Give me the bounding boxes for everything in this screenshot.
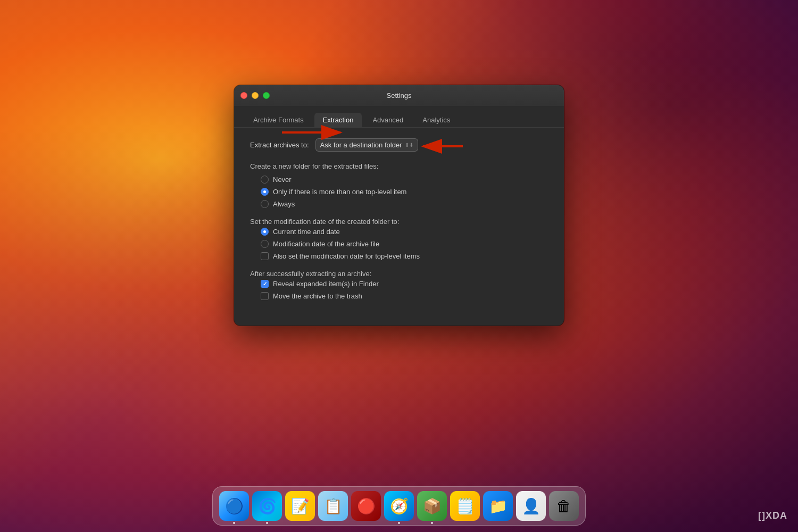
radio-current-time[interactable]: Current time and date bbox=[261, 228, 548, 236]
close-button[interactable] bbox=[240, 92, 247, 99]
section2-radio-group: Current time and date Modification date … bbox=[261, 228, 548, 260]
dock-icon-safari[interactable]: 🧭 bbox=[384, 491, 414, 521]
section3-checkbox-group: Reveal expanded item(s) in Finder Move t… bbox=[261, 280, 548, 300]
section1-title: Create a new folder for the extracted fi… bbox=[250, 162, 548, 170]
radio-mod-date-label: Modification date of the archive file bbox=[273, 240, 379, 248]
dock-icon-files[interactable]: 📁 bbox=[483, 491, 513, 521]
dock-icon-notes[interactable]: 📝 bbox=[285, 491, 315, 521]
section2-title: Set the modification date of the created… bbox=[250, 218, 548, 226]
dock-icon-archiver[interactable]: 📦 bbox=[417, 491, 447, 521]
dock-icon-filezilla[interactable]: 🔴 bbox=[351, 491, 381, 521]
radio-only-if[interactable]: Only if there is more than one top-level… bbox=[261, 188, 548, 196]
dock-dot-safari bbox=[398, 522, 400, 524]
dropdown-arrow-icon: ⬆⬇ bbox=[405, 142, 413, 148]
destination-dropdown[interactable]: Ask for a destination folder ⬆⬇ bbox=[315, 138, 419, 152]
dock-icon-finder[interactable]: 🔵 bbox=[219, 491, 249, 521]
dock-icon-textedit[interactable]: 📋 bbox=[318, 491, 348, 521]
dock-dot-edge bbox=[266, 522, 268, 524]
radio-never-circle bbox=[261, 176, 269, 184]
dock-icon-contacts[interactable]: 👤 bbox=[516, 491, 546, 521]
titlebar: Settings bbox=[234, 85, 564, 106]
radio-mod-date-circle bbox=[261, 240, 269, 248]
dock-icon-stickies[interactable]: 🗒️ bbox=[450, 491, 480, 521]
minimize-button[interactable] bbox=[252, 92, 259, 99]
maximize-button[interactable] bbox=[263, 92, 270, 99]
dock-icon-edge[interactable]: 🌀 bbox=[252, 491, 282, 521]
radio-always[interactable]: Always bbox=[261, 200, 548, 208]
checkbox-reveal-box bbox=[261, 280, 269, 288]
checkbox-move-trash-box bbox=[261, 292, 269, 300]
checkbox-also-set-box bbox=[261, 252, 269, 260]
checkbox-also-set[interactable]: Also set the modification date for top-l… bbox=[261, 252, 548, 260]
window-title: Settings bbox=[387, 92, 412, 99]
radio-current-time-label: Current time and date bbox=[273, 228, 340, 236]
extract-archives-row: Extract archives to: Ask for a destinati… bbox=[250, 138, 548, 152]
radio-never-label: Never bbox=[273, 176, 292, 184]
radio-always-circle bbox=[261, 200, 269, 208]
radio-always-label: Always bbox=[273, 200, 295, 208]
radio-current-time-circle bbox=[261, 228, 269, 236]
extract-label: Extract archives to: bbox=[250, 141, 309, 149]
checkbox-also-set-label: Also set the modification date for top-l… bbox=[273, 252, 420, 260]
settings-content: Extract archives to: Ask for a destinati… bbox=[234, 128, 564, 326]
checkbox-reveal[interactable]: Reveal expanded item(s) in Finder bbox=[261, 280, 548, 288]
radio-only-if-circle bbox=[261, 188, 269, 196]
section1-radio-group: Never Only if there is more than one top… bbox=[261, 176, 548, 208]
checkbox-reveal-label: Reveal expanded item(s) in Finder bbox=[273, 280, 379, 288]
tab-archive-formats[interactable]: Archive Formats bbox=[245, 113, 312, 127]
radio-never[interactable]: Never bbox=[261, 176, 548, 184]
xda-logo: []XDA bbox=[758, 510, 787, 521]
checkbox-move-trash[interactable]: Move the archive to the trash bbox=[261, 292, 548, 300]
tab-bar: Archive Formats Extraction Advanced Anal… bbox=[234, 106, 564, 128]
tab-advanced[interactable]: Advanced bbox=[364, 113, 412, 127]
settings-window: Settings Archive Formats Extraction Adva… bbox=[234, 85, 564, 326]
dock-icon-trash[interactable]: 🗑 bbox=[549, 491, 579, 521]
traffic-lights bbox=[240, 92, 270, 99]
radio-mod-date[interactable]: Modification date of the archive file bbox=[261, 240, 548, 248]
dropdown-value: Ask for a destination folder bbox=[320, 141, 402, 149]
checkbox-move-trash-label: Move the archive to the trash bbox=[273, 292, 362, 300]
dock-dot-finder bbox=[233, 522, 235, 524]
tab-extraction[interactable]: Extraction bbox=[314, 113, 362, 127]
section3-title: After successfully extracting an archive… bbox=[250, 270, 548, 278]
dock-dot-archiver bbox=[431, 522, 433, 524]
dock: 🔵 🌀 📝 📋 🔴 🧭 📦 🗒️ 📁 👤 🗑 bbox=[212, 486, 586, 526]
radio-only-if-label: Only if there is more than one top-level… bbox=[273, 188, 406, 196]
tab-analytics[interactable]: Analytics bbox=[414, 113, 459, 127]
